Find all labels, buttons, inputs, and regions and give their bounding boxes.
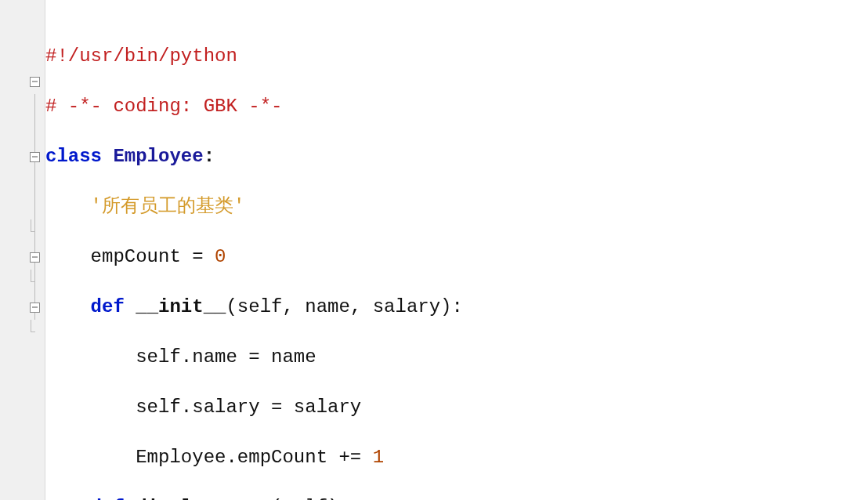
- fold-toggle-displaycount[interactable]: [30, 252, 40, 263]
- fold-toggle-init[interactable]: [30, 152, 40, 162]
- line-def-init: def __init__(self, name, salary):: [45, 295, 863, 320]
- code-editor[interactable]: #!/usr/bin/python # -*- coding: GBK -*- …: [45, 0, 868, 500]
- line-init-body2: self.salary = salary: [45, 395, 863, 420]
- fold-gutter: [0, 0, 45, 500]
- line-class: class Employee:: [45, 144, 863, 169]
- line-docstring: '所有员工的基类': [45, 194, 863, 219]
- line-def-displaycount: def displayCount(self):: [45, 495, 863, 500]
- line-empcount: empCount = 0: [45, 245, 863, 270]
- fold-toggle-class[interactable]: [30, 77, 40, 87]
- line-init-body1: self.name = name: [45, 345, 863, 370]
- line-shebang: #!/usr/bin/python: [45, 44, 863, 69]
- line-init-body3: Employee.empCount += 1: [45, 445, 863, 470]
- line-coding: # -*- coding: GBK -*-: [45, 94, 863, 119]
- fold-toggle-displayemployee[interactable]: [30, 303, 40, 313]
